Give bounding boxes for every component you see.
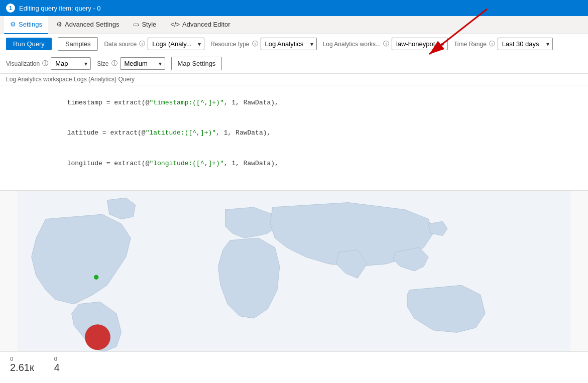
map-dot-green: [94, 275, 98, 280]
resource-type-select-wrapper: Log Analytics: [261, 38, 317, 50]
workspace-select-wrapper: law-honeypot: [392, 38, 448, 50]
map-settings-button[interactable]: Map Settings: [171, 57, 222, 70]
data-source-select[interactable]: Logs (Analy...: [148, 38, 204, 50]
visualization-info-icon[interactable]: ⓘ: [42, 59, 48, 68]
workspace-select[interactable]: law-honeypot: [392, 38, 448, 50]
stat-value-1: 2.61к: [10, 362, 34, 373]
tab-style[interactable]: ▭ Style: [127, 16, 162, 34]
code-line-1: timestamp = extract(@"timestamp:([^,]+)"…: [0, 87, 588, 118]
size-info-icon[interactable]: ⓘ: [111, 59, 117, 68]
breadcrumb-text: Log Analytics workspace Logs (Analytics)…: [6, 76, 135, 83]
stats-bar: 0 2.61к 0 4: [0, 351, 588, 377]
time-range-label: Time Range: [454, 41, 487, 48]
code-line-4: sourcehost = extract(@"sourcehost:([^,]+…: [0, 179, 588, 191]
time-range-info-icon[interactable]: ⓘ: [489, 40, 495, 48]
visualization-group: Visualization ⓘ Map: [6, 57, 91, 70]
tab-advanced-editor-label: Advanced Editor: [182, 21, 230, 28]
stat-item-2: 0 4: [54, 356, 60, 373]
style-icon: ▭: [133, 21, 139, 28]
resource-type-info-icon[interactable]: ⓘ: [252, 40, 258, 48]
resource-type-label: Resource type: [210, 41, 249, 48]
size-select-wrapper: Medium: [120, 57, 165, 70]
time-range-select-wrapper: Last 30 days: [498, 38, 553, 50]
tab-settings-label: Settings: [19, 21, 42, 28]
visualization-label: Visualization: [6, 60, 40, 67]
run-query-button[interactable]: Run Query: [6, 38, 52, 50]
samples-button[interactable]: Samples: [58, 37, 98, 51]
map-dot-red: [85, 324, 110, 350]
tab-advanced-settings-label: Advanced Settings: [65, 21, 119, 28]
workspace-label: Log Analytics works...: [323, 41, 381, 48]
data-source-group: Data source ⓘ Logs (Analy...: [104, 38, 204, 50]
visualization-select-wrapper: Map: [51, 57, 91, 70]
settings-icon: ⚙: [10, 21, 16, 28]
advanced-settings-icon: ⚙: [56, 21, 62, 28]
data-source-select-wrapper: Logs (Analy...: [148, 38, 204, 50]
stat-value-2: 4: [54, 362, 60, 373]
map-container: [0, 191, 588, 351]
toolbar: Run Query Samples Data source ⓘ Logs (An…: [0, 34, 588, 74]
tab-advanced-editor[interactable]: </> Advanced Editor: [164, 16, 236, 34]
top-bar-badge: 1: [6, 4, 15, 13]
top-bar: 1 Editing query item: query - 0: [0, 0, 588, 16]
advanced-editor-icon: </>: [170, 21, 180, 28]
tab-settings[interactable]: ⚙ Settings: [4, 16, 48, 34]
top-bar-title: Editing query item: query - 0: [19, 5, 101, 12]
code-line-3: longitude = extract(@"longitude:([^,]+)"…: [0, 148, 588, 179]
stat-zero-2: 0: [54, 356, 60, 362]
resource-type-group: Resource type ⓘ Log Analytics: [210, 38, 316, 50]
time-range-group: Time Range ⓘ Last 30 days: [454, 38, 553, 50]
size-group: Size ⓘ Medium: [97, 57, 165, 70]
workspace-info-icon[interactable]: ⓘ: [383, 40, 389, 48]
tab-style-label: Style: [142, 21, 156, 28]
time-range-select[interactable]: Last 30 days: [498, 38, 553, 50]
size-select[interactable]: Medium: [120, 57, 165, 70]
tab-advanced-settings[interactable]: ⚙ Advanced Settings: [50, 16, 125, 34]
code-line-2: latitude = extract(@"latitude:([^,]+)", …: [0, 118, 588, 149]
code-editor: timestamp = extract(@"timestamp:([^,]+)"…: [0, 85, 588, 191]
data-source-info-icon[interactable]: ⓘ: [139, 40, 145, 48]
workspace-group: Log Analytics works... ⓘ law-honeypot: [323, 38, 448, 50]
visualization-select[interactable]: Map: [51, 57, 91, 70]
data-source-label: Data source: [104, 41, 137, 48]
resource-type-select[interactable]: Log Analytics: [261, 38, 317, 50]
stat-zero-1: 0: [10, 356, 34, 362]
size-label: Size: [97, 60, 108, 67]
stat-item-1: 0 2.61к: [10, 356, 34, 373]
tab-bar: ⚙ Settings ⚙ Advanced Settings ▭ Style <…: [0, 16, 588, 34]
world-map: [0, 191, 588, 351]
breadcrumb: Log Analytics workspace Logs (Analytics)…: [0, 74, 588, 85]
